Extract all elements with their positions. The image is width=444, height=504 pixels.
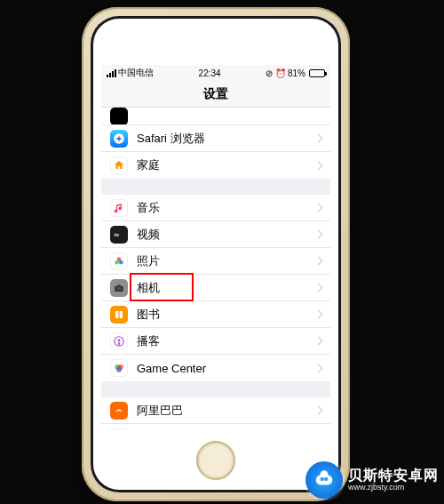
phone-frame: 中国电信 22:34 ⊘ ⏰ 81% 设置 — [82, 7, 350, 501]
chevron-right-icon — [314, 406, 323, 415]
section-2: 音乐 tv 视频 照片 — [101, 195, 330, 381]
settings-row-podcasts[interactable]: 播客 — [101, 328, 330, 355]
watermark-title: 贝斯特安卓网 — [348, 468, 439, 484]
row-label: Game Center — [137, 362, 315, 375]
watermark-url: www.zjbsty.com — [348, 484, 439, 492]
page-title: 设置 — [203, 86, 228, 102]
row-label: 播客 — [137, 333, 315, 349]
settings-row-gamecenter[interactable]: Game Center — [101, 355, 330, 381]
music-icon — [110, 199, 128, 217]
svg-rect-9 — [117, 284, 121, 286]
settings-row-tv[interactable]: tv 视频 — [101, 221, 330, 248]
row-label: 音乐 — [137, 200, 315, 216]
settings-row-safari[interactable]: Safari 浏览器 — [101, 125, 330, 152]
row-label: 相机 — [137, 280, 315, 296]
chevron-right-icon — [314, 364, 323, 372]
photos-icon — [110, 252, 128, 270]
chevron-right-icon — [314, 161, 323, 170]
settings-row-camera[interactable]: 相机 — [101, 275, 330, 301]
row-label: 阿里巴巴 — [137, 403, 315, 419]
battery-icon — [307, 69, 325, 77]
carrier-label: 中国电信 — [118, 67, 154, 79]
section-3: 阿里巴巴 百度网盘 百度 — [101, 397, 330, 430]
settings-row-alibaba[interactable]: 阿里巴巴 — [101, 397, 330, 424]
home-icon — [110, 156, 128, 174]
row-label: Safari 浏览器 — [137, 131, 315, 147]
row-label: 图书 — [137, 307, 315, 323]
section-1: Safari 浏览器 家庭 — [101, 108, 330, 179]
svg-point-14 — [116, 367, 122, 372]
row-label: 家庭 — [137, 157, 315, 173]
chevron-right-icon — [314, 310, 323, 319]
settings-row-photos[interactable]: 照片 — [101, 248, 330, 275]
chevron-right-icon — [314, 337, 323, 346]
settings-row-home[interactable]: 家庭 — [101, 152, 330, 179]
alarm-icon: ⊘ ⏰ — [266, 68, 286, 78]
settings-row[interactable] — [101, 108, 330, 125]
nav-bar: 设置 — [101, 81, 330, 108]
signal-icon — [107, 69, 116, 77]
row-label: 视频 — [137, 227, 315, 243]
settings-row-books[interactable]: 图书 — [101, 301, 330, 328]
chevron-right-icon — [314, 284, 323, 292]
chevron-right-icon — [314, 230, 323, 239]
app-icon — [110, 108, 128, 125]
row-label: 照片 — [137, 253, 315, 269]
chevron-right-icon — [314, 257, 323, 266]
settings-row-music[interactable]: 音乐 — [101, 195, 330, 221]
svg-point-11 — [118, 339, 121, 341]
watermark-logo — [305, 461, 343, 499]
row-label: 百度网盘 — [137, 429, 315, 431]
safari-icon — [110, 130, 128, 148]
camera-icon — [110, 279, 128, 297]
podcasts-icon — [110, 332, 128, 350]
svg-point-8 — [117, 286, 121, 290]
home-button[interactable] — [196, 441, 235, 480]
screen: 中国电信 22:34 ⊘ ⏰ 81% 设置 — [101, 65, 330, 430]
settings-list[interactable]: Safari 浏览器 家庭 — [101, 108, 330, 430]
tv-icon: tv — [110, 226, 128, 244]
settings-row-baidupan[interactable]: 百度网盘 — [101, 424, 330, 430]
chevron-right-icon — [314, 134, 323, 143]
status-bar: 中国电信 22:34 ⊘ ⏰ 81% — [101, 65, 330, 81]
watermark: 贝斯特安卓网 www.zjbsty.com — [305, 461, 439, 499]
alibaba-icon — [110, 402, 128, 420]
books-icon — [110, 306, 128, 324]
status-time: 22:34 — [199, 68, 221, 78]
svg-point-6 — [119, 260, 123, 264]
gamecenter-icon — [110, 359, 128, 377]
baidupan-icon — [110, 428, 128, 431]
chevron-right-icon — [314, 204, 323, 212]
battery-pct: 81% — [288, 68, 305, 78]
svg-point-5 — [115, 260, 119, 264]
svg-text:tv: tv — [115, 232, 120, 237]
